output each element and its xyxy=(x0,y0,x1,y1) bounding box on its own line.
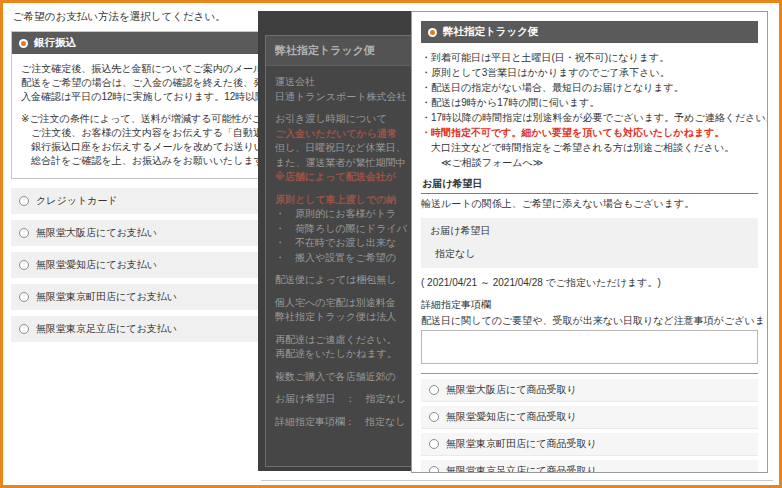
radio-unselected-icon xyxy=(429,385,439,395)
pickup-option-label: 無限堂東京足立店にて商品受取り xyxy=(446,464,597,473)
dimmed-text-line: また、運送業者が繁忙期間中 xyxy=(275,156,411,171)
radio-unselected-icon xyxy=(429,439,439,449)
dimmed-text-line xyxy=(275,104,411,112)
radio-unselected-icon xyxy=(429,412,439,422)
delivery-date-select[interactable]: 指定なし xyxy=(430,247,749,261)
dimmed-text-line xyxy=(275,407,411,415)
radio-selected-icon xyxy=(19,39,28,48)
radio-unselected-icon xyxy=(19,196,29,206)
checkout-page: ご希望のお支払い方法を選択してください。 銀行振込 ご注文確定後、振込先と金額に… xyxy=(0,0,782,488)
details-section-description: 配送日に関してのご要望や、受取が出来ない日取りなど注意事項がございましたら、 xyxy=(421,314,758,328)
dimmed-text-line: 配送便によっては梱包無し xyxy=(275,273,411,288)
pickup-option-row[interactable]: 無限堂愛知店にて商品受取り xyxy=(421,406,758,429)
dimmed-text-line: 日通トランスポート株式会社 xyxy=(275,90,411,105)
dimmed-text-line: 運送会社 xyxy=(275,75,411,90)
pickup-option-label: 無限堂大阪店にて商品受取り xyxy=(446,383,577,397)
radio-unselected-icon xyxy=(19,260,29,270)
dimmed-text-line: 再配達をいたしかねます。 xyxy=(275,347,411,362)
radio-unselected-icon xyxy=(19,292,29,302)
pickup-option-row[interactable]: 無限堂東京町田店にて商品受取り xyxy=(421,433,758,456)
dimmed-text-line xyxy=(275,288,411,296)
details-section-label: 詳細指定事項欄 xyxy=(421,298,758,312)
pickup-option-label: 無限堂愛知店にて商品受取り xyxy=(446,410,577,424)
dimmed-text-line xyxy=(275,325,411,333)
dimmed-text-line xyxy=(275,185,411,193)
radio-unselected-icon xyxy=(19,228,29,238)
dimmed-panel-body: 運送会社 日通トランスポート株式会社 お引き渡し時期について ご入金いただいてか… xyxy=(266,66,411,438)
delivery-date-note: 輸送ルートの関係上、ご希望に添えない場合もございます。 xyxy=(421,197,758,211)
payment-option-label: 無限堂東京足立店にてお支払い xyxy=(36,322,177,336)
dimmed-text-line: 詳細指定事項欄： 指定なし xyxy=(275,415,411,430)
dimmed-panel-title: 弊社指定トラック便 xyxy=(266,36,411,66)
radio-unselected-icon xyxy=(429,466,439,473)
pickup-option-label: 無限堂東京町田店にて商品受取り xyxy=(446,437,597,451)
footer-divider xyxy=(261,480,773,481)
dimmed-text-line: ・ 原則的にお客様がトラ xyxy=(275,207,411,222)
payment-option-label: 無限堂大阪店にてお支払い xyxy=(36,226,157,240)
delivery-date-section-label: お届け希望日 xyxy=(421,177,758,194)
dimmed-text-line xyxy=(275,362,411,370)
dimmed-text-line: ・ 不在時でお渡し出来な xyxy=(275,236,411,251)
delivery-note-line: ・時間指定不可です。細かい要望を頂いても対応いたしかねます。 xyxy=(421,125,758,140)
payment-option-label: 無限堂東京町田店にてお支払い xyxy=(36,290,177,304)
pickup-options-list: 無限堂大阪店にて商品受取り 無限堂愛知店にて商品受取り 無限堂東京町田店にて商品… xyxy=(421,373,758,473)
dimmed-text-line xyxy=(275,384,411,392)
payment-option-label: クレジットカード xyxy=(36,194,118,208)
dimmed-text-line: 弊社指定トラック便は法人 xyxy=(275,310,411,325)
delivery-note-line: 大口注文などで時間指定をご希望される方は別途ご相談ください。 xyxy=(421,140,758,155)
radio-unselected-icon xyxy=(19,324,29,334)
delivery-note-line: ・配送日の指定がない場合、最短日のお届けとなります。 xyxy=(421,80,758,95)
dimmed-text-line: 但し、日曜祝日など休業日、 xyxy=(275,141,411,156)
pickup-option-row[interactable]: 無限堂大阪店にて商品受取り xyxy=(421,379,758,402)
dimmed-text-line xyxy=(275,265,411,273)
details-textarea[interactable] xyxy=(421,330,758,364)
pickup-option-row[interactable]: 無限堂東京足立店にて商品受取り xyxy=(421,460,758,473)
delivery-notes-list: ・到着可能日は平日と土曜日(日・祝不可)になります。 ・原則として3営業日はかか… xyxy=(421,50,758,155)
truck-delivery-modal: 弊社指定トラック便 ・到着可能日は平日と土曜日(日・祝不可)になります。 ・原則… xyxy=(411,11,768,473)
bank-transfer-label: 銀行振込 xyxy=(34,36,76,50)
radio-selected-icon xyxy=(428,28,437,37)
truck-delivery-option[interactable]: 弊社指定トラック便 xyxy=(421,21,758,43)
delivery-note-line: ・17時以降の時間指定は別途料金が必要でございます。予めご連絡ください。 xyxy=(421,110,758,125)
delivery-note-line: ・到着可能日は平日と土曜日(日・祝不可)になります。 xyxy=(421,50,758,65)
delivery-note-line: ・原則として3営業日はかかりますのでご了承下さい。 xyxy=(421,65,758,80)
dimmed-text-line: ・ 搬入や設置をご希望の xyxy=(275,251,411,266)
dimmed-text-line: お引き渡し時期について xyxy=(275,112,411,127)
payment-option-label: 無限堂愛知店にてお支払い xyxy=(36,258,157,272)
dimmed-text-line: ※店舗によって配送会社が xyxy=(275,170,411,185)
delivery-date-field-label: お届け希望日 xyxy=(430,224,749,238)
delivery-date-range: ( 2021/04/21 ～ 2021/04/28 でご指定いただけます。) xyxy=(421,276,758,290)
truck-delivery-label: 弊社指定トラック便 xyxy=(443,25,538,39)
delivery-note-line: ・配送は9時から17時の間に伺います。 xyxy=(421,95,758,110)
dimmed-truck-delivery-panel: 弊社指定トラック便 運送会社 日通トランスポート株式会社 お引き渡し時期について… xyxy=(265,35,411,467)
dimmed-text-line: お届け希望日 ： 指定なし xyxy=(275,392,411,407)
consultation-form-link[interactable]: ≪ご相談フォームへ≫ xyxy=(421,155,758,170)
dimmed-text-line: ご入金いただいてから通常 xyxy=(275,127,411,142)
dimmed-text-line: 原則として車上渡しでの納 xyxy=(275,193,411,208)
dimmed-text-line: ・ 荷降ろしの際にドライバ xyxy=(275,222,411,237)
delivery-date-field-box: お届け希望日 指定なし xyxy=(421,218,758,268)
dimmed-text-line: 複数ご購入で各店舗近郊の xyxy=(275,370,411,385)
modal-backdrop: 弊社指定トラック便 運送会社 日通トランスポート株式会社 お引き渡し時期について… xyxy=(258,11,411,471)
dimmed-text-line: 個人宅への宅配は別途料金 xyxy=(275,296,411,311)
dimmed-text-line: 再配達はご遠慮ください。 xyxy=(275,333,411,348)
